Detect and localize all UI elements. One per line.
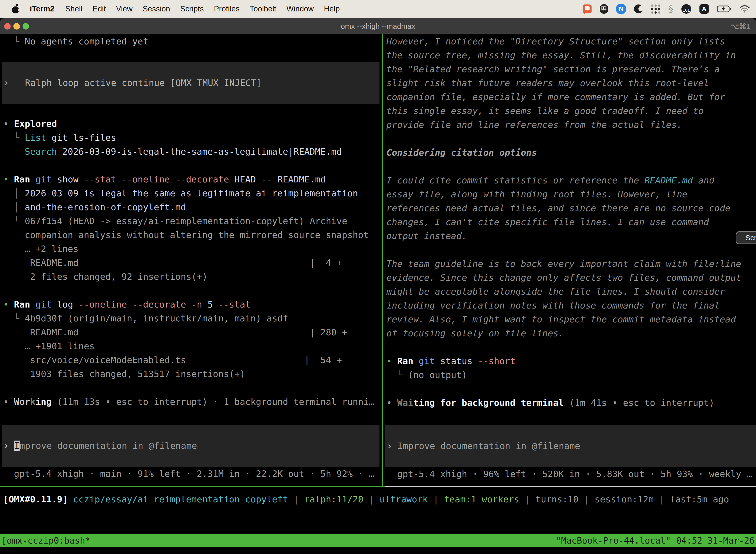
terminal-line: [OMX#0.11.9] cczip/essay/ai-reimplementa… (3, 492, 729, 506)
terminal-line: might be acceptable alongside the file l… (386, 285, 756, 298)
blue-app-icon[interactable]: N (616, 4, 626, 14)
terminal-line: review. Also, I might want to inspect th… (386, 313, 756, 326)
terminal-line: the source tree, missing the essay. Stil… (386, 48, 756, 62)
terminal-content: └ No agents completed yet › Ralph loop a… (0, 34, 756, 554)
badge-61-icon[interactable]: ..61 (681, 4, 691, 14)
terminal-line: including verification notes with those … (386, 298, 756, 313)
terminal-line: › Improve documentation in @filename (387, 439, 580, 453)
terminal-line: companion file, especially if more comme… (386, 90, 756, 104)
menu-profiles[interactable]: Profiles (214, 4, 239, 13)
dots-grid-icon[interactable] (651, 4, 660, 14)
agent-log-left-top: └ No agents completed yet (3, 35, 381, 48)
moon-circle-icon[interactable] (634, 4, 643, 13)
terminal-line: README.md | 4 + (3, 256, 381, 270)
terminal-line: slight risk that future readers may over… (386, 76, 756, 90)
terminal-line: › Ralph loop active continue [OMX_TMUX_I… (3, 76, 261, 90)
prompt-input-right[interactable]: › Improve documentation in @filename (385, 425, 756, 467)
inject-notice-box: › Ralph loop active continue [OMX_TMUX_I… (2, 62, 379, 104)
omx-status-line: [OMX#0.11.9] cczip/essay/ai-reimplementa… (3, 492, 729, 506)
menu-iterm2[interactable]: iTerm2 (30, 4, 54, 13)
agent-log-right: However, I noticed the "Directory Struct… (386, 35, 756, 410)
terminal-line (386, 382, 756, 396)
terminal-line: provide file and line references from th… (386, 118, 756, 132)
terminal-line: However, I noticed the "Directory Struct… (386, 35, 756, 48)
terminal-line: companion analysis without altering the … (3, 228, 381, 242)
terminal-line: Search 2026-03-09-is-legal-the-same-as-l… (3, 145, 381, 159)
terminal-line: › Improve documentation in @filename (3, 439, 197, 453)
terminal-line (386, 132, 756, 146)
menu-session[interactable]: Session (143, 4, 170, 13)
terminal-line: … +2 lines (3, 242, 381, 256)
terminal-line: … +1901 lines (3, 339, 381, 353)
terminal-line: └ 067f154 (HEAD -> essay/ai-reimplementa… (3, 214, 381, 228)
apple-menu-icon[interactable] (11, 4, 20, 14)
pane-border-bottom-active (0, 486, 385, 487)
agent-log-left: • Explored └ List git ls-files Search 20… (3, 117, 381, 409)
terminal-line: evidence. Since this change only affects… (386, 271, 756, 285)
session-status-left: gpt-5.4 xhigh · main · 91% left · 2.31M … (3, 467, 381, 481)
terminal-line: gpt-5.4 xhigh · main · 91% left · 2.31M … (3, 467, 381, 481)
prompt-input-left[interactable]: › Improve documentation in @filename (2, 425, 379, 467)
menu-view[interactable]: View (116, 4, 133, 13)
terminal-line (3, 159, 381, 172)
session-status-right: gpt-5.4 xhigh · 96% left · 520K in · 5.8… (386, 467, 756, 481)
terminal-line: └ No agents completed yet (3, 35, 381, 48)
terminal-line: I could cite commit statistics or refere… (386, 173, 756, 187)
window-shortcut-hint: ⌥⌘1 (731, 18, 751, 34)
terminal-line: └ 4b9d30f (origin/main, instructkr/main,… (3, 312, 381, 325)
window-title: omx --xhigh --madmax (0, 18, 756, 34)
window-title-bar: omx --xhigh --madmax ⌥⌘1 (0, 18, 756, 34)
macos-menu-bar: iTerm2ShellEditViewSessionScriptsProfile… (0, 0, 756, 18)
terminal-line: src/voice/voiceModeEnabled.ts | 54 + (3, 353, 381, 367)
terminal-line: │ 2026-03-09-is-legal-the-same-as-legiti… (3, 186, 381, 200)
menu-shell[interactable]: Shell (65, 4, 82, 13)
terminal-line: 1903 files changed, 513517 insertions(+) (3, 367, 381, 381)
terminal-line: └ List git ls-files (3, 131, 381, 145)
terminal-line (3, 381, 381, 395)
chat-bubble-icon[interactable] (583, 4, 591, 13)
menu-window[interactable]: Window (287, 4, 314, 13)
terminal-line: └ (no output) (386, 368, 756, 382)
letter-a-icon[interactable]: A (699, 4, 709, 14)
screen: { "menu_bar": { "items": ["iTerm2", "She… (0, 0, 756, 554)
terminal-line: • Waiting for background terminal (1m 41… (386, 396, 756, 410)
terminal-line: • Ran git log --oneline --decorate -n 5 … (3, 297, 381, 312)
terminal-line: output instead. (386, 229, 756, 243)
menu-toolbelt[interactable]: Toolbelt (250, 4, 276, 13)
tmux-pane-right[interactable]: However, I noticed the "Directory Struct… (386, 35, 756, 481)
pane-divider-vertical[interactable] (382, 34, 383, 486)
tmux-host-clock: "MacBook-Pro-44.local" 04:52 31-Mar-26 (556, 534, 756, 547)
terminal-line: • Ran git status --short (386, 354, 756, 368)
terminal-line: changes, I can't cite specific file line… (386, 215, 756, 229)
menu-help[interactable]: Help (324, 4, 340, 13)
screen-share-overlay-button[interactable]: Scre (736, 231, 756, 244)
terminal-line: • Working (11m 13s • esc to interrupt) ·… (3, 395, 381, 409)
tmux-session-label: [omx-cczip0:bash* (0, 534, 90, 547)
terminal-line: • Ran git show --stat --oneline --decora… (3, 172, 381, 186)
terminal-line: Considering citation options (386, 146, 756, 160)
terminal-line: │ and-the-erosion-of-copyleft.md (3, 200, 381, 214)
terminal-line: this single essay, it seems like a good … (386, 104, 756, 118)
terminal-line: README.md | 280 + (3, 325, 381, 339)
terminal-line: of focusing solely on file lines. (386, 326, 756, 340)
terminal-line (3, 284, 381, 297)
menu-bar-status-icons: N § ..61 A (583, 4, 756, 14)
menu-edit[interactable]: Edit (92, 4, 106, 13)
terminal-line (386, 160, 756, 173)
terminal-line: the "Related research writing" section i… (386, 62, 756, 76)
terminal-line (386, 340, 756, 354)
pane-border-bottom-inactive (385, 486, 756, 487)
terminal-line: essay file, along with finding root file… (386, 187, 756, 201)
terminal-line: references need actual files, and since … (386, 201, 756, 215)
app-menus: iTerm2ShellEditViewSessionScriptsProfile… (30, 4, 350, 13)
shield-grid-icon[interactable] (600, 4, 608, 14)
squiggle-icon[interactable]: § (669, 4, 673, 13)
tmux-pane-left[interactable]: └ No agents completed yet › Ralph loop a… (3, 35, 381, 481)
tmux-status-bar: [omx-cczip0:bash* "MacBook-Pro-44.local"… (0, 534, 756, 547)
terminal-line (386, 243, 756, 257)
battery-charging-icon[interactable] (717, 5, 732, 13)
terminal-line: The team guideline is to back every impo… (386, 257, 756, 271)
menu-scripts[interactable]: Scripts (180, 4, 204, 13)
terminal-line: gpt-5.4 xhigh · 96% left · 520K in · 5.8… (386, 467, 756, 481)
wifi-icon[interactable] (740, 5, 750, 13)
